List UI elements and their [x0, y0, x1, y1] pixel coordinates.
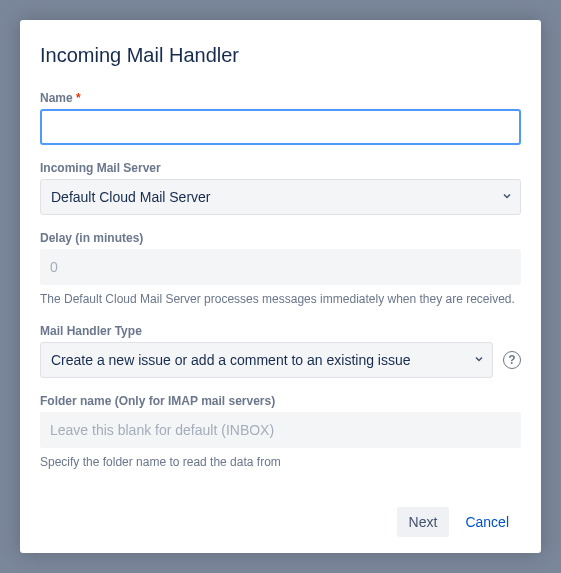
required-asterisk: *: [76, 91, 81, 105]
incoming-mail-handler-modal: Incoming Mail Handler Name * Incoming Ma…: [20, 20, 541, 553]
delay-helper-text: The Default Cloud Mail Server processes …: [40, 291, 521, 308]
folder-label: Folder name (Only for IMAP mail servers): [40, 394, 521, 408]
help-icon[interactable]: ?: [503, 351, 521, 369]
handler-select[interactable]: Create a new issue or add a comment to a…: [40, 342, 493, 378]
name-label-text: Name: [40, 91, 73, 105]
handler-select-wrap: Create a new issue or add a comment to a…: [40, 342, 493, 378]
server-select-wrap: Default Cloud Mail Server: [40, 179, 521, 215]
modal-footer: Next Cancel: [40, 491, 521, 537]
folder-field: Folder name (Only for IMAP mail servers)…: [40, 394, 521, 471]
modal-title: Incoming Mail Handler: [40, 44, 521, 67]
server-label: Incoming Mail Server: [40, 161, 521, 175]
name-input[interactable]: [40, 109, 521, 145]
delay-input: [40, 249, 521, 285]
delay-field: Delay (in minutes) The Default Cloud Mai…: [40, 231, 521, 308]
folder-input: [40, 412, 521, 448]
name-field: Name *: [40, 91, 521, 145]
server-field: Incoming Mail Server Default Cloud Mail …: [40, 161, 521, 215]
handler-field: Mail Handler Type Create a new issue or …: [40, 324, 521, 378]
handler-row: Create a new issue or add a comment to a…: [40, 342, 521, 378]
cancel-button[interactable]: Cancel: [453, 507, 521, 537]
server-select[interactable]: Default Cloud Mail Server: [40, 179, 521, 215]
handler-label: Mail Handler Type: [40, 324, 521, 338]
name-label: Name *: [40, 91, 521, 105]
folder-helper-text: Specify the folder name to read the data…: [40, 454, 521, 471]
delay-label: Delay (in minutes): [40, 231, 521, 245]
next-button[interactable]: Next: [397, 507, 450, 537]
